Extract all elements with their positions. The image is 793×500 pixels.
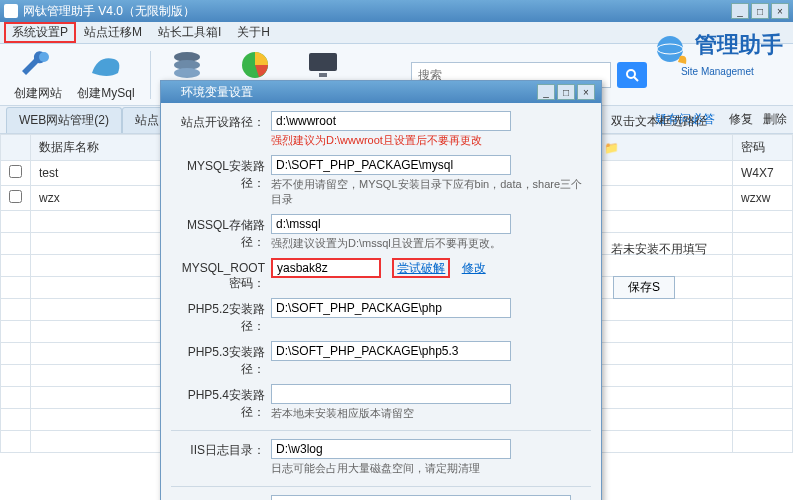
svg-point-3: [174, 68, 200, 78]
svg-point-0: [39, 52, 49, 62]
label-php52: PHP5.2安装路径：: [171, 298, 271, 335]
label-php54: PHP5.4安装路径：: [171, 384, 271, 421]
env-settings-dialog: 环境变量设置 _ □ × 站点开设路径： 强烈建议为D:\wwwroot且设置后…: [160, 80, 602, 500]
svg-rect-5: [309, 53, 337, 71]
th-pwd: 密码: [733, 135, 793, 161]
minimize-button[interactable]: _: [731, 3, 749, 19]
label-mssql-path: MSSQL存储路径：: [171, 214, 271, 251]
dialog-minimize-button[interactable]: _: [537, 84, 555, 100]
svg-rect-6: [319, 73, 327, 77]
tab-web-manage[interactable]: WEB网站管理(2): [6, 107, 122, 133]
input-site-path[interactable]: [271, 111, 511, 131]
tool-label: 创建MySql: [76, 85, 136, 102]
dialog-title: 环境变量设置: [181, 84, 253, 101]
globe-icon: [652, 32, 692, 66]
separator: [171, 486, 591, 487]
menu-webmaster-tools[interactable]: 站长工具箱I: [150, 22, 229, 43]
menu-about[interactable]: 关于H: [229, 22, 278, 43]
separator: [150, 51, 151, 99]
dialog-titlebar[interactable]: 环境变量设置 _ □ ×: [161, 81, 601, 103]
cell-pwd: wzxw: [733, 186, 793, 211]
link-try-crack[interactable]: 尝试破解: [392, 258, 450, 278]
app-title: 网钛管理助手 V4.0（无限制版）: [23, 3, 195, 20]
row-checkbox[interactable]: [9, 190, 22, 203]
row-checkbox[interactable]: [9, 165, 22, 178]
label-iis-log: IIS日志目录：: [171, 439, 271, 459]
input-php54[interactable]: [271, 384, 511, 404]
menu-site-migrate[interactable]: 站点迁移M: [76, 22, 150, 43]
th-checkbox: [1, 135, 31, 161]
menu-system-settings[interactable]: 系统设置P: [4, 22, 76, 43]
hint-mssql-path: 强烈建议设置为D:\mssql且设置后不要再更改。: [271, 236, 591, 250]
input-default-index[interactable]: [271, 495, 571, 500]
monitor-icon: [302, 47, 344, 83]
wrench-icon: [17, 47, 59, 83]
label-php53: PHP5.3安装路径：: [171, 341, 271, 378]
db-stack-icon: [166, 47, 208, 83]
label-site-path: 站点开设路径：: [171, 111, 271, 131]
folder-icon[interactable]: 📁: [604, 141, 619, 155]
label-default-index: 默认首页：: [171, 495, 271, 500]
link-repair[interactable]: 修复: [729, 111, 753, 128]
input-mysql-root-pwd[interactable]: [271, 258, 381, 278]
svg-point-9: [657, 36, 683, 62]
label-mysql-root: MYSQL_ROOT密码：: [171, 258, 271, 292]
input-php52[interactable]: [271, 298, 511, 318]
hint-iis-log: 日志可能会占用大量磁盘空间，请定期清理: [271, 461, 591, 475]
tool-create-site[interactable]: 创建网站: [8, 47, 68, 102]
maximize-button[interactable]: □: [751, 3, 769, 19]
input-php53[interactable]: [271, 341, 511, 361]
tool-label: 创建网站: [8, 85, 68, 102]
hint-php54: 若本地未安装相应版本请留空: [271, 406, 591, 420]
search-button[interactable]: [617, 62, 647, 88]
link-modify[interactable]: 修改: [462, 261, 486, 275]
close-button[interactable]: ×: [771, 3, 789, 19]
link-delete[interactable]: 删除: [763, 111, 787, 128]
input-mysql-path[interactable]: [271, 155, 511, 175]
dolphin-icon: [85, 47, 127, 83]
input-mssql-path[interactable]: [271, 214, 511, 234]
dialog-icon: [167, 85, 181, 99]
svg-point-7: [627, 70, 635, 78]
hint-mysql-path: 若不使用请留空，MYSQL安装目录下应有bin，data，share三个目录: [271, 177, 591, 206]
main-titlebar: 网钛管理助手 V4.0（无限制版） _ □ ×: [0, 0, 793, 22]
dialog-close-button[interactable]: ×: [577, 84, 595, 100]
label-mysql-path: MYSQL安装路径：: [171, 155, 271, 192]
tool-create-mysql[interactable]: 创建MySql: [76, 47, 136, 102]
hint-site-path: 强烈建议为D:\wwwroot且设置后不要再更改: [271, 133, 591, 147]
note-not-installed: 若未安装不用填写: [611, 241, 707, 258]
separator: [171, 430, 591, 431]
search-icon: [625, 68, 639, 82]
brand-logo: 管理助手 Site Managemet: [652, 30, 783, 77]
svg-line-8: [634, 77, 638, 81]
pie-icon: [234, 47, 276, 83]
brand-text: 管理助手: [695, 32, 783, 57]
brand-sub: Site Managemet: [652, 66, 783, 77]
input-iis-log[interactable]: [271, 439, 511, 459]
cell-pwd: W4X7: [733, 161, 793, 186]
save-button[interactable]: 保存S: [613, 276, 675, 299]
note-dblclick: 双击文本框选路径: [611, 113, 707, 130]
app-icon: [4, 4, 18, 18]
dialog-maximize-button[interactable]: □: [557, 84, 575, 100]
